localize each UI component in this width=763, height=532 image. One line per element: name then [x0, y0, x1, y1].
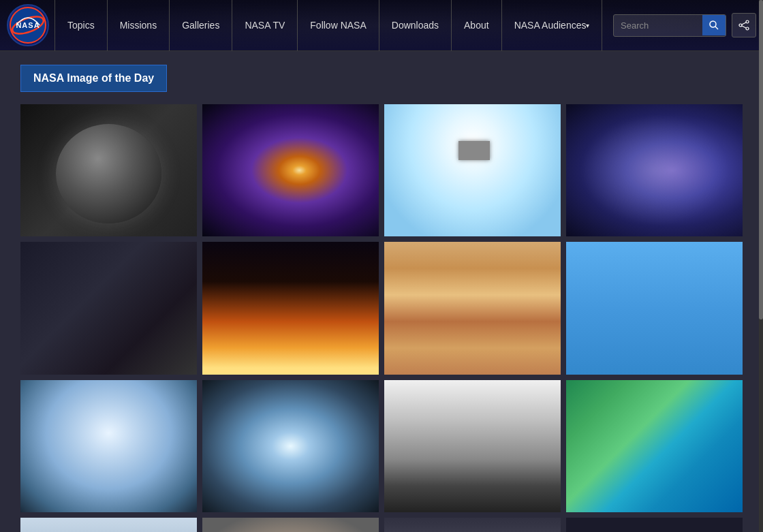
svg-point-7	[739, 24, 742, 27]
svg-line-4	[715, 27, 718, 29]
image-cell-6[interactable]	[202, 242, 379, 374]
svg-line-8	[742, 22, 746, 25]
svg-point-3	[710, 21, 716, 27]
nav-item-downloads[interactable]: Downloads	[379, 0, 452, 51]
nav-link-galleries[interactable]: Galleries	[170, 0, 232, 51]
share-button[interactable]	[732, 13, 756, 37]
image-cell-11[interactable]	[384, 380, 561, 512]
nav-item-about[interactable]: About	[452, 0, 502, 51]
image-cell-7[interactable]	[384, 242, 561, 374]
search-button[interactable]	[702, 15, 726, 35]
nav-item-nasa-tv[interactable]: NASA TV	[232, 0, 298, 51]
nav-link-missions[interactable]: Missions	[108, 0, 169, 51]
search-area	[613, 13, 756, 37]
svg-point-6	[746, 27, 749, 30]
image-grid	[20, 104, 743, 532]
image-cell-5[interactable]	[20, 242, 197, 374]
nav-link-follow-nasa[interactable]: Follow NASA	[298, 0, 378, 51]
nav-link-audiences[interactable]: NASA Audiences	[502, 0, 602, 51]
image-cell-16[interactable]	[566, 518, 743, 532]
image-cell-9[interactable]	[20, 380, 197, 512]
image-cell-2[interactable]	[202, 104, 379, 236]
scroll-indicator[interactable]	[759, 0, 763, 532]
nav-item-galleries[interactable]: Galleries	[170, 0, 232, 51]
nasa-logo-svg: NASA	[10, 7, 46, 44]
image-cell-14[interactable]	[202, 518, 379, 532]
nav-link-downloads[interactable]: Downloads	[379, 0, 451, 51]
search-input[interactable]	[614, 15, 702, 36]
nav-item-follow-nasa[interactable]: Follow NASA	[298, 0, 379, 51]
search-box	[613, 14, 726, 37]
svg-point-5	[746, 20, 749, 23]
nav-item-missions[interactable]: Missions	[108, 0, 170, 51]
nav-item-topics[interactable]: Topics	[54, 0, 108, 51]
scroll-thumb	[759, 0, 763, 319]
nav-item-audiences[interactable]: NASA Audiences	[502, 0, 603, 51]
svg-line-9	[742, 26, 746, 28]
image-cell-4[interactable]	[566, 104, 743, 236]
nasa-logo[interactable]: NASA	[7, 4, 49, 46]
nav-links: Topics Missions Galleries NASA TV Follow…	[54, 0, 613, 51]
nav-link-about[interactable]: About	[452, 0, 501, 51]
search-icon	[709, 20, 719, 30]
image-cell-3[interactable]	[384, 104, 561, 236]
main-navbar: NASA Topics Missions Galleries NASA TV F…	[0, 0, 763, 51]
image-cell-13[interactable]	[20, 518, 197, 532]
image-cell-12[interactable]	[566, 380, 743, 512]
nav-link-topics[interactable]: Topics	[55, 0, 107, 51]
main-content: NASA Image of the Day	[0, 51, 763, 532]
section-title: NASA Image of the Day	[20, 65, 167, 92]
share-icon	[738, 20, 749, 31]
image-cell-10[interactable]	[202, 380, 379, 512]
image-cell-8[interactable]	[566, 242, 743, 374]
image-cell-1[interactable]	[20, 104, 197, 236]
image-cell-15[interactable]	[384, 518, 561, 532]
nav-link-nasa-tv[interactable]: NASA TV	[232, 0, 297, 51]
